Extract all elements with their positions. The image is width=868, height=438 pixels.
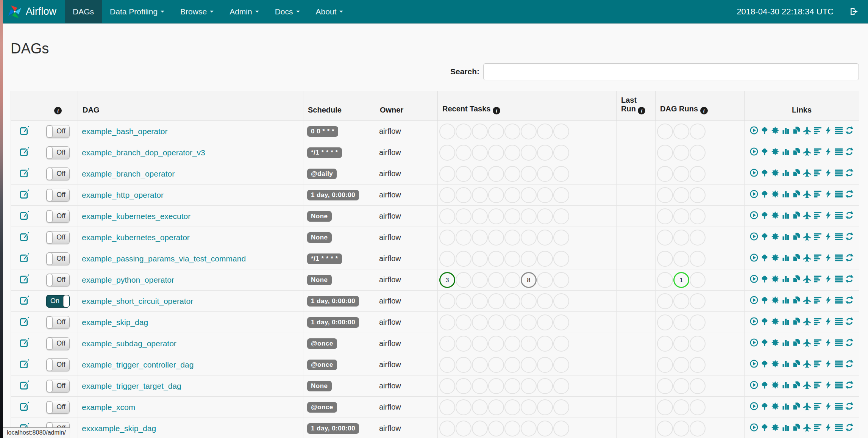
task-duration-icon[interactable]: [782, 381, 790, 389]
task-state-circle[interactable]: [537, 399, 553, 415]
task-duration-icon[interactable]: [782, 275, 790, 283]
dag-link[interactable]: example_branch_operator: [82, 169, 175, 178]
task-state-circle[interactable]: [521, 208, 537, 224]
dag-run-circle[interactable]: [673, 293, 689, 309]
logs-icon[interactable]: [835, 232, 843, 241]
task-state-circle[interactable]: [439, 166, 455, 182]
tree-view-icon[interactable]: [760, 296, 769, 304]
code-view-icon[interactable]: [824, 253, 832, 262]
task-tries-icon[interactable]: [792, 275, 801, 283]
graph-view-icon[interactable]: [771, 317, 779, 325]
task-tries-icon[interactable]: [792, 360, 801, 368]
task-state-circle[interactable]: [521, 187, 537, 203]
task-state-circle[interactable]: [537, 272, 553, 288]
trigger-dag-icon[interactable]: [750, 253, 758, 262]
edit-dag-button[interactable]: [19, 253, 30, 263]
landing-times-icon[interactable]: [803, 423, 811, 432]
task-state-circle[interactable]: [488, 124, 504, 139]
task-state-circle[interactable]: [472, 272, 488, 288]
edit-dag-button[interactable]: [19, 210, 30, 221]
task-tries-icon[interactable]: [792, 190, 801, 198]
logs-icon[interactable]: [835, 169, 843, 177]
dag-link[interactable]: example_kubernetes_executor: [82, 212, 190, 221]
task-state-circle[interactable]: [521, 124, 537, 139]
task-state-circle[interactable]: [504, 208, 520, 224]
trigger-dag-icon[interactable]: [750, 296, 758, 304]
dag-run-circle[interactable]: [657, 336, 673, 352]
dag-run-circle[interactable]: [657, 208, 673, 224]
edit-dag-button[interactable]: [19, 168, 30, 178]
dag-run-circle[interactable]: [673, 421, 689, 436]
dag-link[interactable]: example_bash_operator: [82, 127, 168, 136]
task-duration-icon[interactable]: [782, 232, 790, 241]
task-state-circle[interactable]: [472, 378, 488, 394]
task-state-circle[interactable]: [521, 336, 537, 352]
graph-view-icon[interactable]: [771, 126, 779, 135]
dag-run-circle[interactable]: [657, 145, 673, 161]
refresh-icon[interactable]: [845, 253, 854, 262]
pause-toggle[interactable]: Off: [46, 189, 70, 202]
task-state-circle[interactable]: [537, 208, 553, 224]
dag-run-circle[interactable]: [657, 357, 673, 373]
task-state-circle[interactable]: [456, 378, 471, 394]
dag-run-circle[interactable]: [673, 124, 689, 139]
graph-view-icon[interactable]: [771, 423, 779, 432]
dag-link[interactable]: example_subdag_operator: [82, 339, 176, 348]
landing-times-icon[interactable]: [803, 253, 811, 262]
task-state-circle[interactable]: [553, 378, 569, 394]
gantt-view-icon[interactable]: [813, 126, 822, 135]
task-state-circle[interactable]: [456, 357, 471, 373]
landing-times-icon[interactable]: [803, 338, 811, 347]
gantt-view-icon[interactable]: [813, 232, 822, 241]
task-duration-icon[interactable]: [782, 317, 790, 325]
trigger-dag-icon[interactable]: [750, 402, 758, 410]
landing-times-icon[interactable]: [803, 402, 811, 410]
dag-run-circle[interactable]: [690, 187, 706, 203]
task-state-circle[interactable]: [553, 208, 569, 224]
landing-times-icon[interactable]: [803, 381, 811, 389]
logout-button[interactable]: [849, 7, 859, 16]
task-tries-icon[interactable]: [792, 423, 801, 432]
code-view-icon[interactable]: [824, 338, 832, 347]
dag-run-circle[interactable]: [690, 230, 706, 246]
task-state-circle[interactable]: [504, 124, 520, 139]
graph-view-icon[interactable]: [771, 381, 779, 389]
task-duration-icon[interactable]: [782, 402, 790, 410]
task-tries-icon[interactable]: [792, 253, 801, 262]
task-state-circle[interactable]: [472, 187, 488, 203]
dag-run-circle[interactable]: [690, 166, 706, 182]
graph-view-icon[interactable]: [771, 253, 779, 262]
logs-icon[interactable]: [835, 211, 843, 219]
code-view-icon[interactable]: [824, 169, 832, 177]
task-state-circle[interactable]: [504, 293, 520, 309]
pause-toggle[interactable]: Off: [46, 210, 70, 223]
task-state-circle[interactable]: [439, 124, 455, 139]
task-state-circle[interactable]: [504, 145, 520, 161]
search-input[interactable]: [483, 63, 859, 80]
graph-view-icon[interactable]: [771, 147, 779, 156]
tree-view-icon[interactable]: [760, 338, 769, 347]
dag-run-circle[interactable]: [673, 187, 689, 203]
tree-view-icon[interactable]: [760, 253, 769, 262]
gantt-view-icon[interactable]: [813, 296, 822, 304]
task-state-circle[interactable]: [439, 145, 455, 161]
task-state-circle[interactable]: [439, 251, 455, 267]
task-tries-icon[interactable]: [792, 402, 801, 410]
task-state-circle[interactable]: [504, 166, 520, 182]
code-view-icon[interactable]: [824, 423, 832, 432]
dag-link[interactable]: example_branch_dop_operator_v3: [82, 148, 205, 157]
task-state-circle[interactable]: [537, 378, 553, 394]
dag-run-circle[interactable]: [673, 208, 689, 224]
logs-icon[interactable]: [835, 381, 843, 389]
dag-run-circle[interactable]: [690, 314, 706, 330]
task-state-circle[interactable]: [504, 357, 520, 373]
task-duration-icon[interactable]: [782, 338, 790, 347]
task-tries-icon[interactable]: [792, 169, 801, 177]
task-state-circle[interactable]: [456, 399, 471, 415]
graph-view-icon[interactable]: [771, 275, 779, 283]
refresh-icon[interactable]: [845, 169, 854, 177]
gantt-view-icon[interactable]: [813, 190, 822, 198]
gantt-view-icon[interactable]: [813, 169, 822, 177]
logs-icon[interactable]: [835, 190, 843, 198]
trigger-dag-icon[interactable]: [750, 232, 758, 241]
